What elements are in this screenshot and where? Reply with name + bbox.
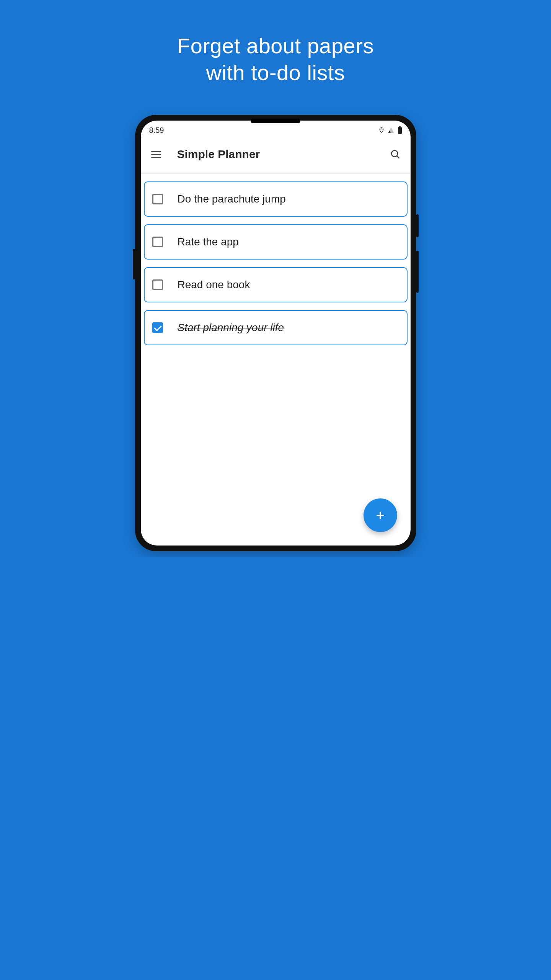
task-checkbox[interactable]: [152, 194, 163, 204]
menu-button[interactable]: [147, 145, 166, 164]
battery-icon: [398, 126, 402, 134]
svg-rect-2: [399, 126, 401, 127]
plus-icon: +: [376, 508, 384, 523]
task-checkbox[interactable]: [152, 237, 163, 247]
task-card[interactable]: Do the parachute jump: [144, 181, 408, 217]
task-label: Do the parachute jump: [178, 193, 286, 205]
phone-frame: 8:59 Simple Planner: [135, 115, 416, 551]
svg-rect-1: [398, 127, 402, 134]
status-time: 8:59: [149, 126, 164, 135]
task-checkbox[interactable]: [152, 279, 163, 290]
svg-point-0: [381, 129, 382, 130]
task-card[interactable]: Start planning your life: [144, 310, 408, 345]
hero-line-2: with to-do lists: [206, 60, 345, 85]
add-task-button[interactable]: +: [364, 498, 397, 532]
phone-side-button: [416, 214, 419, 237]
phone-notch: [251, 119, 300, 123]
search-button[interactable]: [386, 145, 405, 164]
phone-side-button: [416, 251, 419, 293]
svg-line-4: [397, 156, 399, 158]
hero-line-1: Forget about papers: [177, 34, 374, 58]
task-label: Start planning your life: [178, 322, 284, 334]
task-label: Rate the app: [178, 236, 239, 248]
phone-screen: 8:59 Simple Planner: [141, 121, 411, 546]
phone-side-button: [133, 249, 135, 279]
task-list: Do the parachute jumpRate the appRead on…: [141, 174, 411, 357]
app-bar: Simple Planner: [141, 135, 411, 174]
task-label: Read one book: [178, 279, 250, 291]
task-checkbox[interactable]: [152, 322, 163, 333]
task-card[interactable]: Read one book: [144, 267, 408, 302]
status-icons: [378, 126, 402, 134]
location-icon: [378, 126, 385, 134]
search-icon: [390, 149, 401, 160]
app-title: Simple Planner: [177, 148, 386, 161]
svg-point-3: [391, 150, 398, 157]
signal-icon: [388, 127, 395, 134]
task-card[interactable]: Rate the app: [144, 224, 408, 260]
hamburger-icon: [151, 154, 161, 155]
hero-title: Forget about papers with to-do lists: [177, 33, 374, 86]
